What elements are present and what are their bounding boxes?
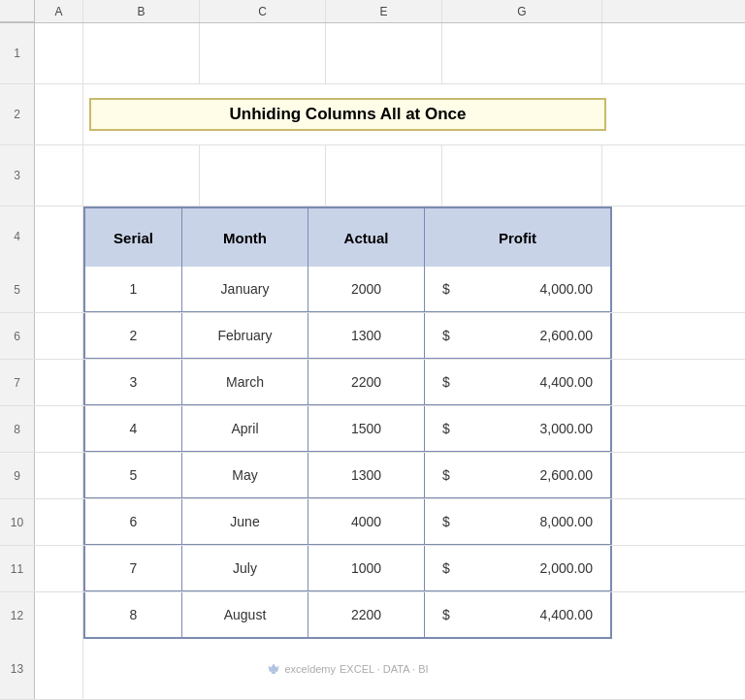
watermark: exceldemy EXCEL · DATA · BI [267,658,428,680]
td-serial-9[interactable]: 5 [85,453,182,497]
title-cell: Unhiding Columns All at Once [83,84,612,144]
profit-val-7: 4,400.00 [540,374,594,390]
cell-rest-10[interactable] [612,499,745,545]
td-profit-6[interactable]: $ 2,600.00 [425,313,610,358]
td-serial-12[interactable]: 8 [85,592,182,637]
table-data-row-9: 5 May 1300 $ 2,600.00 [83,453,612,498]
cell-a4[interactable] [35,207,83,267]
td-profit-9[interactable]: $ 2,600.00 [425,453,610,497]
cell-a13[interactable] [35,639,83,699]
cell-a5[interactable] [35,267,83,312]
corner-cell [0,0,35,22]
td-month-12[interactable]: August [182,592,308,637]
cell-a6[interactable] [35,313,83,359]
row-num-6: 6 [0,313,35,359]
td-profit-7[interactable]: $ 4,400.00 [425,360,610,404]
td-profit-12[interactable]: $ 4,400.00 [425,592,610,637]
td-serial-11[interactable]: 7 [85,546,182,590]
td-month-7[interactable]: March [182,360,308,404]
cell-rest-4[interactable] [612,207,745,267]
profit-val-6: 2,600.00 [540,328,594,343]
td-actual-12[interactable]: 2200 [308,592,425,637]
cell-a2[interactable] [35,84,83,144]
cell-a8[interactable] [35,406,83,452]
th-serial: Serial [85,208,182,267]
cell-e1[interactable] [326,23,442,83]
td-serial-7[interactable]: 3 [85,360,182,404]
td-month-9[interactable]: May [182,453,308,497]
row-num-5: 5 [0,267,35,312]
cell-a7[interactable] [35,360,83,405]
td-serial-5[interactable]: 1 [85,267,182,311]
td-month-5[interactable]: January [182,267,308,311]
cell-a9[interactable] [35,453,83,498]
row-num-8: 8 [0,406,35,452]
profit-sym-8: $ [442,421,450,436]
profit-val-5: 4,000.00 [540,281,594,297]
cell-rest-6[interactable] [612,313,745,359]
cell-e3[interactable] [326,145,442,206]
cell-g1[interactable] [442,23,602,83]
td-actual-11[interactable]: 1000 [308,546,425,590]
td-actual-8[interactable]: 1500 [308,406,425,451]
td-actual-10[interactable]: 4000 [308,499,425,544]
cell-c3[interactable] [200,145,326,206]
row-num-2: 2 [0,84,35,144]
td-month-6[interactable]: February [182,313,308,358]
cell-rest-11[interactable] [612,546,745,591]
cell-b3[interactable] [83,145,200,206]
cell-c1[interactable] [200,23,326,83]
td-month-8[interactable]: April [182,406,308,451]
td-profit-10[interactable]: $ 8,000.00 [425,499,610,544]
td-serial-10[interactable]: 6 [85,499,182,544]
cell-rest-3[interactable] [602,145,745,206]
cell-rest-5[interactable] [612,267,745,312]
cell-a11[interactable] [35,546,83,591]
cell-a12[interactable] [35,592,83,639]
td-profit-8[interactable]: $ 3,000.00 [425,406,610,451]
col-header-b: B [83,0,200,22]
col-header-c: C [200,0,326,22]
td-actual-6[interactable]: 1300 [308,313,425,358]
row-4: 4 Serial Month Actual Profit [0,207,745,267]
cell-rest-12[interactable] [612,592,745,639]
cell-rest-8[interactable] [612,406,745,452]
watermark-cell: exceldemy EXCEL · DATA · BI [83,639,612,699]
svg-marker-0 [269,663,279,671]
cell-rest-13[interactable] [612,639,745,699]
profit-sym-6: $ [442,328,450,343]
row-13: 13 exceldemy EXCEL · DATA · BI [0,639,745,700]
table-data-row-6: 2 February 1300 $ 2,600.00 [83,313,612,359]
cell-a1[interactable] [35,23,83,83]
cell-rest-9[interactable] [612,453,745,498]
td-serial-8[interactable]: 4 [85,406,182,451]
row-num-13: 13 [0,639,35,699]
td-profit-11[interactable]: $ 2,000.00 [425,546,610,590]
td-month-11[interactable]: July [182,546,308,590]
td-month-10[interactable]: June [182,499,308,544]
td-actual-9[interactable]: 1300 [308,453,425,497]
td-actual-7[interactable]: 2200 [308,360,425,404]
row-7: 7 3 March 2200 $ 4,400.00 [0,360,745,406]
td-serial-6[interactable]: 2 [85,313,182,358]
cell-rest-7[interactable] [612,360,745,405]
cell-rest-1[interactable] [602,23,745,83]
row-1: 1 [0,23,745,84]
cell-a3[interactable] [35,145,83,206]
watermark-logo-icon [267,662,280,676]
cell-a10[interactable] [35,499,83,545]
row-num-4: 4 [0,207,35,267]
row-num-11: 11 [0,546,35,591]
td-profit-5[interactable]: $ 4,000.00 [425,267,610,311]
cell-g3[interactable] [442,145,602,206]
table-data-row-7: 3 March 2200 $ 4,400.00 [83,360,612,405]
cell-rest-2[interactable] [612,84,745,144]
row-9: 9 5 May 1300 $ 2,600.00 [0,453,745,499]
table-data-row-10: 6 June 4000 $ 8,000.00 [83,499,612,545]
table-data-row-11: 7 July 1000 $ 2,000.00 [83,546,612,591]
td-actual-5[interactable]: 2000 [308,267,425,311]
row-num-1: 1 [0,23,35,83]
cell-b1[interactable] [83,23,200,83]
row-3: 3 [0,145,745,207]
col-header-e: E [326,0,442,22]
